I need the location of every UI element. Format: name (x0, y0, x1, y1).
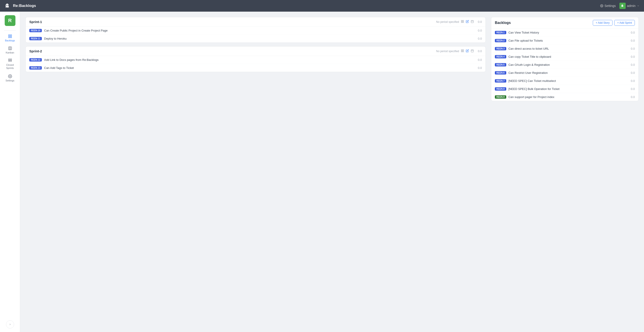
sprint-title: Sprint-2 (29, 49, 434, 53)
backlog-badge: REEN-8 (495, 87, 506, 91)
edit-icon[interactable] (466, 49, 469, 53)
svg-rect-15 (10, 61, 12, 61)
backlog-row: REEN-8 [NEED SPEC] Bulk Operation for Ti… (491, 85, 638, 93)
svg-rect-5 (8, 35, 10, 36)
svg-point-1 (8, 5, 9, 6)
svg-rect-14 (8, 61, 10, 61)
backlog-title: Can View Ticket History (508, 31, 626, 34)
calendar-icon[interactable] (471, 49, 474, 53)
backlogs-header: Backlogs + Add Story + Add Sprint (491, 17, 638, 29)
settings-link[interactable]: Settings (600, 4, 616, 8)
backlog-points: 0.0 (628, 79, 635, 83)
backlog-points: 0.0 (628, 39, 635, 42)
svg-rect-7 (8, 37, 10, 38)
backlog-badge: REEN-3 (495, 47, 506, 50)
story-points: 0.0 (476, 66, 482, 70)
backlog-title: [NEED SPEC] Bulk Operation for Ticket (508, 87, 626, 91)
story-points: 0.0 (476, 37, 482, 40)
svg-rect-27 (461, 51, 462, 52)
sprint-period: No period specified (436, 20, 459, 24)
svg-rect-26 (463, 50, 464, 51)
sprint-period: No period specified (436, 50, 459, 53)
admin-button[interactable]: admin (620, 3, 640, 9)
app-title: Re:Backlogs (13, 4, 36, 8)
admin-avatar (620, 3, 626, 9)
admin-avatar-icon (621, 4, 624, 8)
backlog-title: Can File upload for Tickets (508, 39, 626, 42)
sprints-column: Sprint-1 No period specified (26, 17, 486, 327)
settings-icon (600, 4, 603, 8)
sprint-actions (461, 20, 474, 24)
sprint-header: Sprint-1 No period specified (26, 17, 486, 27)
backlog-badge: REEN-2 (495, 39, 506, 42)
sidebar-kanban-label: Kanban (6, 51, 14, 54)
chevron-down-icon (637, 5, 640, 7)
navbar: Re:Backlogs Settings admin (0, 0, 644, 12)
brand: Re:Backlogs (4, 3, 36, 9)
kanban-icon (8, 46, 12, 50)
backlog-points: 0.0 (628, 95, 635, 99)
svg-rect-21 (471, 20, 474, 23)
backlogs-card: Backlogs + Add Story + Add Sprint REEN-1… (491, 17, 639, 101)
sidebar-divider (4, 31, 16, 31)
add-sprint-button[interactable]: + Add Sprint (614, 20, 635, 26)
backlog-badge: REEN-5 (495, 63, 506, 67)
sidebar-collapse-button[interactable] (6, 320, 14, 328)
sprint-header: Sprint-2 No period specified (26, 47, 486, 56)
svg-rect-29 (471, 50, 474, 52)
navbar-right: Settings admin (600, 3, 640, 9)
backlog-row: REEN-6 Can Restrict User Registration 0.… (491, 69, 638, 77)
backlog-row: REEN-5 Can OAuth Login & Registration 0.… (491, 61, 638, 69)
svg-rect-6 (10, 35, 12, 36)
sidebar-settings-label: Settings (6, 79, 14, 82)
sprint-story: REEN-12 Add Link to Docs pages from Re:B… (26, 56, 486, 64)
sidebar-item-backlogs[interactable]: Backlogs (2, 33, 18, 44)
sidebar-item-kanban[interactable]: Kanban (2, 45, 18, 56)
sprint-story: REEN-11 Deploy to Heroku 0.0 (26, 35, 486, 43)
svg-rect-9 (8, 47, 12, 50)
svg-rect-28 (463, 51, 464, 52)
edit-icon[interactable] (466, 20, 469, 24)
project-avatar[interactable]: R (5, 15, 16, 26)
sidebar-item-settings[interactable]: Settings (2, 73, 18, 84)
backlog-title: Can OAuth Login & Registration (508, 63, 626, 67)
backlog-title: Can copy Ticket Title to clipboard (508, 55, 626, 58)
grid-icon[interactable] (461, 20, 464, 24)
story-points: 0.0 (476, 58, 482, 62)
sidebar-item-closed-sprints[interactable]: ClosedSprints (2, 57, 18, 72)
backlog-points: 0.0 (628, 63, 635, 67)
grid-icon[interactable] (461, 49, 464, 53)
story-badge: REEN-12 (29, 58, 42, 62)
svg-point-4 (623, 5, 623, 6)
backlogs-column: Backlogs + Add Story + Add Sprint REEN-1… (491, 17, 639, 327)
sprint-card: Sprint-2 No period specified (26, 46, 486, 72)
backlogs-icon (8, 34, 12, 38)
sidebar-settings-icon (8, 74, 12, 78)
sprint-points: 0.0 (476, 50, 482, 53)
backlog-title: [NEED SPEC] Can Ticket multiselect (508, 79, 626, 83)
backlog-row: REEN-2 Can File upload for Tickets 0.0 (491, 37, 638, 45)
backlog-badge: REEN-6 (495, 71, 506, 75)
backlog-badge: REEN-4 (495, 55, 506, 58)
svg-rect-13 (10, 59, 12, 60)
backlogs-list: REEN-1 Can View Ticket History 0.0 REEN-… (491, 29, 638, 101)
add-story-button[interactable]: + Add Story (593, 20, 612, 26)
svg-point-3 (622, 5, 622, 6)
backlogs-title: Backlogs (495, 21, 593, 25)
story-badge: REEN-10 (29, 29, 42, 32)
sidebar-backlogs-label: Backlogs (5, 39, 15, 42)
sprint-story: REEN-10 Can Create Public Project in Cre… (26, 27, 486, 35)
backlog-row: REEN-3 Can direct access to ticket URL 0… (491, 45, 638, 53)
calendar-icon[interactable] (471, 20, 474, 24)
story-title: Can Add Tags to Ticket (44, 66, 474, 70)
backlogs-actions: + Add Story + Add Sprint (593, 20, 635, 26)
story-badge: REEN-13 (29, 66, 42, 70)
sidebar-closed-sprints-label: ClosedSprints (6, 63, 14, 70)
story-badge: REEN-11 (29, 37, 42, 40)
story-title: Can Create Public Project in Create Proj… (44, 29, 474, 32)
svg-point-2 (602, 5, 602, 6)
backlog-points: 0.0 (628, 47, 635, 50)
admin-label: admin (627, 4, 636, 8)
svg-rect-25 (461, 50, 462, 51)
main-content: Sprint-1 No period specified (20, 12, 644, 332)
